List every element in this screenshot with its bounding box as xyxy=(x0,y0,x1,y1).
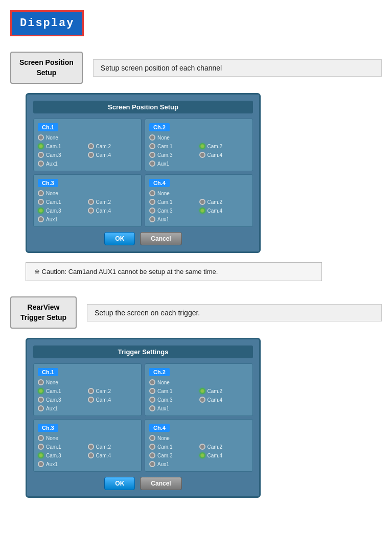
channel-cell-4: Ch.4 None Cam.1 Cam.2 Cam.3 xyxy=(145,174,253,227)
trigger-ch3-aux1-radio[interactable] xyxy=(38,461,44,467)
trigger-ch2-cam2-row: Cam.2 xyxy=(199,388,249,394)
trigger-ch1-cam1-radio[interactable] xyxy=(38,388,44,394)
ch1-none-radio[interactable] xyxy=(38,134,44,141)
ch1-aux1-row: Aux1 xyxy=(38,160,87,167)
trigger-cancel-button[interactable]: Cancel xyxy=(140,477,181,490)
ch1-cam2-radio[interactable] xyxy=(88,143,94,149)
ch4-cam3-radio[interactable] xyxy=(149,208,155,214)
ch2-cam4-radio[interactable] xyxy=(199,152,205,158)
ch4-cam2-radio[interactable] xyxy=(199,199,205,205)
trigger-ch2-none-radio[interactable] xyxy=(149,379,155,385)
trigger-ch1-none-radio[interactable] xyxy=(38,379,44,385)
trigger-ch3-cam4-row: Cam.4 xyxy=(88,452,137,458)
rearview-trigger-description: Setup the screen on each trigger. xyxy=(87,304,382,321)
ch3-cam4-row: Cam.4 xyxy=(88,208,137,214)
ch4-cam4-row: Cam.4 xyxy=(199,208,249,214)
page-title: Display xyxy=(10,10,84,36)
ch1-cam3-row: Cam.3 xyxy=(38,152,87,158)
ch3-cam2-radio[interactable] xyxy=(88,199,94,205)
trigger-ch4-cam3-row: Cam.3 xyxy=(149,452,199,458)
trigger-ch2-none-row: None xyxy=(149,379,199,385)
trigger-ch2-cam1-radio[interactable] xyxy=(149,388,155,394)
trigger-channel-cell-1: Ch.1 None Cam.1 Cam.2 Cam.3 xyxy=(33,363,142,416)
trigger-ch3-none-row: None xyxy=(38,435,87,441)
rearview-trigger-section: RearView Trigger Setup Setup the screen … xyxy=(10,296,382,329)
trigger-ch3-cam4-radio[interactable] xyxy=(88,452,94,458)
ch4-header: Ch.4 xyxy=(149,179,170,187)
ch1-cam4-radio[interactable] xyxy=(88,152,94,158)
trigger-ch4-cam2-radio[interactable] xyxy=(199,444,205,450)
ch3-cam3-radio[interactable] xyxy=(38,208,44,214)
screen-position-dialog-buttons: OK Cancel xyxy=(33,232,253,245)
ch2-cam1-radio[interactable] xyxy=(149,143,155,149)
screen-position-ok-button[interactable]: OK xyxy=(104,232,135,245)
trigger-settings-dialog: Trigger Settings Ch.1 None Cam.1 Cam.2 xyxy=(26,338,261,498)
trigger-ch1-none-row: None xyxy=(38,379,87,385)
rearview-trigger-button[interactable]: RearView Trigger Setup xyxy=(10,296,77,329)
trigger-ch4-none-radio[interactable] xyxy=(149,435,155,441)
channel-cell-1: Ch.1 None Cam.1 Cam.2 Cam.3 xyxy=(33,119,142,171)
trigger-ch4-cam3-radio[interactable] xyxy=(149,452,155,458)
ch3-cam4-radio[interactable] xyxy=(88,208,94,214)
ch4-cam4-radio[interactable] xyxy=(199,208,205,214)
trigger-ch3-cam1-row: Cam.1 xyxy=(38,444,87,450)
trigger-ch4-aux1-radio[interactable] xyxy=(149,461,155,467)
trigger-ch2-cam4-row: Cam.4 xyxy=(199,397,249,403)
trigger-ok-button[interactable]: OK xyxy=(104,477,135,490)
trigger-ch1-cam1-row: Cam.1 xyxy=(38,388,87,394)
ch4-aux1-row: Aux1 xyxy=(149,216,199,222)
screen-position-dialog-title: Screen Position Setup xyxy=(33,101,253,113)
trigger-ch2-cam4-radio[interactable] xyxy=(199,397,205,403)
ch4-none-row: None xyxy=(149,190,199,196)
ch4-cam2-row: Cam.2 xyxy=(199,199,249,205)
ch2-cam1-row: Cam.1 xyxy=(149,143,199,149)
trigger-ch3-cam3-radio[interactable] xyxy=(38,452,44,458)
ch4-none-radio[interactable] xyxy=(149,190,155,196)
trigger-ch1-cam2-radio[interactable] xyxy=(88,388,94,394)
ch2-cam4-row: Cam.4 xyxy=(199,152,249,158)
channel-grid-trigger: Ch.1 None Cam.1 Cam.2 Cam.3 xyxy=(33,363,253,472)
trigger-ch2-cam2-radio[interactable] xyxy=(199,388,205,394)
trigger-ch4-cam4-radio[interactable] xyxy=(199,452,205,458)
trigger-ch3-none-radio[interactable] xyxy=(38,435,44,441)
ch4-aux1-radio[interactable] xyxy=(149,216,155,222)
ch3-cam1-radio[interactable] xyxy=(38,199,44,205)
trigger-ch2-cam3-row: Cam.3 xyxy=(149,397,199,403)
ch2-none-row: None xyxy=(149,134,199,141)
ch2-header: Ch.2 xyxy=(149,123,170,131)
ch1-cam3-radio[interactable] xyxy=(38,152,44,158)
trigger-ch1-cam3-row: Cam.3 xyxy=(38,397,87,403)
screen-position-cancel-button[interactable]: Cancel xyxy=(140,232,181,245)
screen-position-button[interactable]: Screen Position Setup xyxy=(10,52,83,84)
trigger-ch2-cam3-radio[interactable] xyxy=(149,397,155,403)
ch2-cam2-radio[interactable] xyxy=(199,143,205,149)
trigger-ch2-header: Ch.2 xyxy=(149,368,170,376)
ch4-cam1-row: Cam.1 xyxy=(149,199,199,205)
ch2-aux1-radio[interactable] xyxy=(149,160,155,167)
trigger-ch1-cam4-radio[interactable] xyxy=(88,397,94,403)
trigger-ch4-cam1-radio[interactable] xyxy=(149,444,155,450)
ch2-none-radio[interactable] xyxy=(149,134,155,141)
ch3-none-radio[interactable] xyxy=(38,190,44,196)
channel-grid-screen: Ch.1 None Cam.1 Cam.2 Cam.3 xyxy=(33,119,253,227)
trigger-ch3-cam1-radio[interactable] xyxy=(38,444,44,450)
ch1-aux1-radio[interactable] xyxy=(38,160,44,167)
ch1-header: Ch.1 xyxy=(38,123,58,131)
ch2-cam3-radio[interactable] xyxy=(149,152,155,158)
trigger-ch4-cam2-row: Cam.2 xyxy=(199,444,249,450)
trigger-ch2-aux1-radio[interactable] xyxy=(149,405,155,411)
ch4-cam1-radio[interactable] xyxy=(149,199,155,205)
ch1-cam1-radio[interactable] xyxy=(38,143,44,149)
ch3-cam2-row: Cam.2 xyxy=(88,199,137,205)
trigger-ch1-cam2-row: Cam.2 xyxy=(88,388,137,394)
trigger-ch1-cam3-radio[interactable] xyxy=(38,397,44,403)
ch3-aux1-radio[interactable] xyxy=(38,216,44,222)
screen-position-section: Screen Position Setup Setup screen posit… xyxy=(10,52,382,84)
trigger-ch1-aux1-radio[interactable] xyxy=(38,405,44,411)
trigger-ch4-header: Ch.4 xyxy=(149,424,170,432)
trigger-ch2-cam1-row: Cam.1 xyxy=(149,388,199,394)
ch3-cam3-row: Cam.3 xyxy=(38,208,87,214)
trigger-ch3-cam2-radio[interactable] xyxy=(88,444,94,450)
trigger-ch1-aux1-row: Aux1 xyxy=(38,405,87,411)
caution-box: ※ Caution: Cam1and AUX1 cannot be setup … xyxy=(26,262,322,281)
